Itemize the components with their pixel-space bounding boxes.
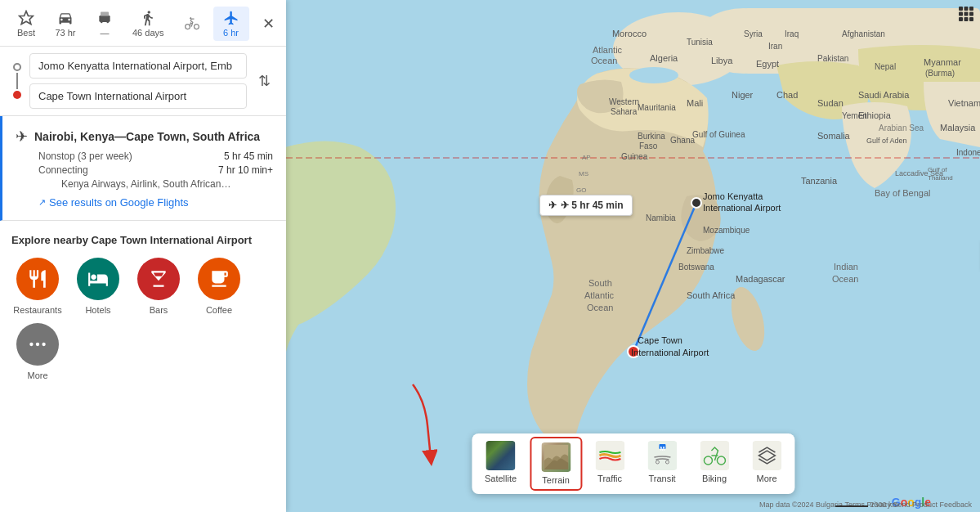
svg-text:Iraq: Iraq: [785, 29, 799, 38]
more-label: More: [27, 371, 47, 380]
svg-text:Jomo Kenyatta: Jomo Kenyatta: [703, 191, 763, 201]
explore-section: Explore nearby Cape Town International A…: [0, 221, 286, 393]
explore-coffee[interactable]: Coffee: [193, 258, 245, 315]
terrain-label: Terrain: [542, 475, 570, 485]
biking-icon: [700, 441, 729, 470]
transport-bar: Best 73 hr — 46 days 6 hr ✕: [0, 0, 286, 47]
svg-rect-99: [964, 17, 969, 21]
svg-text:Iran: Iran: [768, 42, 782, 51]
svg-text:Guinea: Guinea: [621, 152, 648, 161]
origin-input[interactable]: [29, 53, 247, 79]
svg-rect-93: [964, 7, 969, 11]
svg-text:GO: GO: [576, 186, 586, 194]
svg-text:International Airport: International Airport: [703, 203, 781, 213]
hotels-label: Hotels: [85, 305, 110, 315]
see-flights-link[interactable]: ↗ See results on Google Flights: [16, 196, 273, 209]
swap-directions-button[interactable]: ⇅: [252, 69, 276, 93]
transport-transit[interactable]: —: [87, 7, 123, 41]
svg-text:Mozambique: Mozambique: [703, 226, 750, 235]
explore-icons: Restaurants Hotels Bars: [11, 258, 275, 387]
svg-text:Vietnam: Vietnam: [948, 98, 980, 108]
nonstop-label: Nonstop (3 per week): [38, 150, 132, 162]
transport-bike[interactable]: [174, 11, 210, 36]
see-flights-label: See results on Google Flights: [49, 196, 189, 209]
svg-point-10: [42, 343, 45, 346]
transport-fly-label: 6 hr: [223, 28, 239, 38]
svg-rect-94: [969, 7, 973, 11]
svg-point-5: [185, 25, 190, 29]
svg-text:(Burma): (Burma): [925, 69, 955, 78]
close-directions-button[interactable]: ✕: [259, 11, 278, 36]
svg-text:M: M: [660, 446, 665, 451]
map-container: Morocco Tunisia Syria Iraq Afghanistan I…: [286, 0, 980, 512]
external-link-icon: ↗: [38, 197, 46, 208]
terrain-control[interactable]: Terrain: [530, 437, 582, 491]
svg-rect-2: [101, 12, 109, 16]
connecting-row: Connecting 7 hr 10 min+: [38, 164, 273, 176]
svg-text:Indonesi...: Indonesi...: [956, 148, 980, 157]
transit-icon: M: [647, 441, 677, 470]
flight-rows: Nonstop (3 per week) 5 hr 45 min Connect…: [16, 150, 273, 190]
flight-result-icon: ✈: [16, 128, 28, 146]
svg-rect-1: [99, 16, 110, 22]
svg-text:Mali: Mali: [687, 98, 703, 108]
svg-rect-97: [969, 12, 973, 16]
svg-text:Gulf of: Gulf of: [928, 166, 947, 173]
svg-point-15: [629, 67, 678, 83]
svg-text:Egypt: Egypt: [756, 59, 779, 69]
connecting-value: 7 hr 10 min+: [218, 164, 273, 176]
svg-text:South Africa: South Africa: [687, 290, 736, 300]
svg-text:AP: AP: [582, 154, 591, 161]
explore-bars[interactable]: Bars: [132, 258, 185, 315]
svg-text:Syria: Syria: [744, 29, 763, 38]
biking-control[interactable]: Biking: [690, 437, 739, 491]
traffic-control[interactable]: Traffic: [585, 437, 634, 491]
svg-rect-92: [959, 7, 963, 11]
more-layers-control[interactable]: More: [742, 437, 791, 491]
destination-input[interactable]: [29, 83, 247, 109]
more-layers-label: More: [757, 474, 777, 483]
transport-fly[interactable]: 6 hr: [213, 7, 249, 41]
svg-text:Indian: Indian: [834, 262, 858, 272]
svg-marker-0: [20, 11, 34, 25]
svg-text:Burkina: Burkina: [638, 132, 665, 141]
explore-title: Explore nearby Cape Town International A…: [11, 234, 275, 246]
svg-text:Botswana: Botswana: [678, 263, 714, 272]
svg-text:Ocean: Ocean: [587, 303, 613, 312]
satellite-label: Satellite: [485, 474, 517, 483]
svg-text:Zimbabwe: Zimbabwe: [687, 246, 725, 255]
destination-dot: [13, 91, 21, 99]
coffee-circle: [198, 258, 240, 300]
svg-point-6: [194, 25, 199, 29]
explore-hotels[interactable]: Hotels: [72, 258, 124, 315]
biking-label: Biking: [702, 474, 727, 483]
svg-text:Morocco: Morocco: [612, 29, 647, 38]
svg-text:Mauritania: Mauritania: [638, 103, 676, 112]
svg-rect-96: [964, 12, 969, 16]
svg-text:Ethiopia: Ethiopia: [858, 110, 892, 120]
satellite-control[interactable]: Satellite: [475, 437, 526, 491]
explore-restaurants[interactable]: Restaurants: [11, 258, 64, 315]
scale-label: 2000 km: [835, 501, 898, 509]
svg-text:Tanzania: Tanzania: [801, 176, 838, 186]
grid-menu-button[interactable]: [959, 7, 973, 25]
transport-walk-label: 46 days: [132, 28, 164, 38]
transit-control[interactable]: M Transit: [638, 437, 687, 491]
satellite-icon: [486, 441, 515, 470]
restaurants-label: Restaurants: [13, 305, 61, 315]
transport-walk[interactable]: 46 days: [126, 7, 171, 41]
svg-rect-100: [969, 17, 973, 21]
flight-result-title: Nairobi, Kenya—Cape Town, South Africa: [34, 130, 260, 143]
svg-text:Malaysia: Malaysia: [940, 123, 976, 132]
origin-dot: [13, 63, 21, 71]
explore-more[interactable]: More: [11, 323, 64, 380]
svg-rect-98: [959, 17, 963, 21]
transport-best-label: Best: [17, 28, 35, 38]
restaurants-circle: [16, 258, 59, 300]
transport-best[interactable]: Best: [8, 7, 44, 41]
svg-text:Chad: Chad: [776, 90, 798, 100]
transport-drive[interactable]: 73 hr: [47, 7, 83, 41]
svg-text:Ghana: Ghana: [670, 136, 695, 145]
svg-text:Bay of Bengal: Bay of Bengal: [875, 188, 931, 198]
svg-text:Namibia: Namibia: [646, 213, 676, 222]
